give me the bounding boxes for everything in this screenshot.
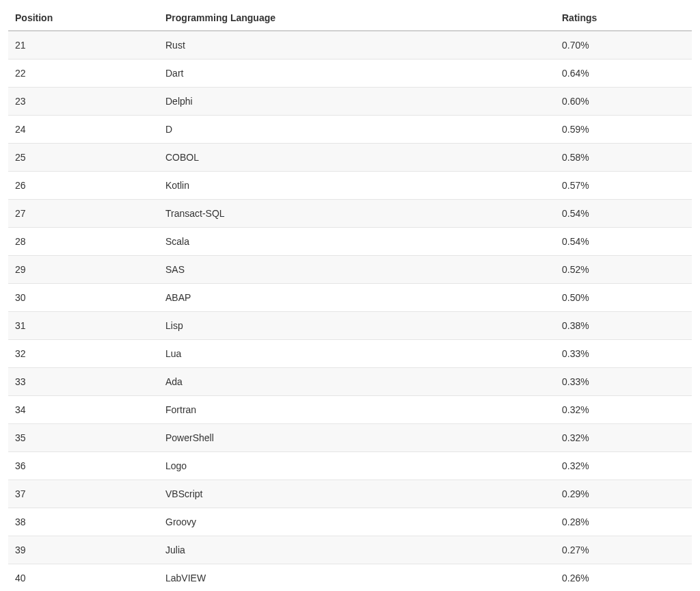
cell-position: 24 xyxy=(8,116,159,144)
table-row: 30ABAP0.50% xyxy=(8,284,692,312)
cell-position: 39 xyxy=(8,536,159,564)
table-body: 21Rust0.70%22Dart0.64%23Delphi0.60%24D0.… xyxy=(8,31,692,591)
table-row: 31Lisp0.38% xyxy=(8,312,692,340)
cell-ratings: 0.57% xyxy=(555,172,692,200)
cell-ratings: 0.26% xyxy=(555,564,692,592)
table-row: 34Fortran0.32% xyxy=(8,396,692,424)
cell-language: VBScript xyxy=(159,480,555,508)
cell-language: Scala xyxy=(159,228,555,256)
cell-ratings: 0.28% xyxy=(555,508,692,536)
programming-language-table: Position Programming Language Ratings 21… xyxy=(8,5,692,591)
cell-ratings: 0.32% xyxy=(555,452,692,480)
cell-language: Delphi xyxy=(159,88,555,116)
cell-ratings: 0.27% xyxy=(555,536,692,564)
cell-position: 23 xyxy=(8,88,159,116)
cell-ratings: 0.70% xyxy=(555,31,692,60)
cell-ratings: 0.33% xyxy=(555,340,692,368)
cell-language: PowerShell xyxy=(159,424,555,452)
cell-ratings: 0.58% xyxy=(555,144,692,172)
table-row: 35PowerShell0.32% xyxy=(8,424,692,452)
cell-position: 29 xyxy=(8,256,159,284)
table-header-row: Position Programming Language Ratings xyxy=(8,5,692,31)
table-row: 33Ada0.33% xyxy=(8,368,692,396)
table-row: 22Dart0.64% xyxy=(8,60,692,88)
cell-position: 26 xyxy=(8,172,159,200)
cell-language: SAS xyxy=(159,256,555,284)
cell-position: 40 xyxy=(8,564,159,592)
table-row: 36Logo0.32% xyxy=(8,452,692,480)
cell-ratings: 0.33% xyxy=(555,368,692,396)
cell-position: 21 xyxy=(8,31,159,60)
table-row: 27Transact-SQL0.54% xyxy=(8,200,692,228)
table-row: 29SAS0.52% xyxy=(8,256,692,284)
cell-ratings: 0.60% xyxy=(555,88,692,116)
cell-language: COBOL xyxy=(159,144,555,172)
table-row: 28Scala0.54% xyxy=(8,228,692,256)
cell-language: Lua xyxy=(159,340,555,368)
cell-language: Groovy xyxy=(159,508,555,536)
cell-ratings: 0.32% xyxy=(555,424,692,452)
table-row: 32Lua0.33% xyxy=(8,340,692,368)
cell-ratings: 0.54% xyxy=(555,200,692,228)
table-row: 23Delphi0.60% xyxy=(8,88,692,116)
cell-ratings: 0.50% xyxy=(555,284,692,312)
table-row: 40LabVIEW0.26% xyxy=(8,564,692,592)
header-ratings: Ratings xyxy=(555,5,692,31)
cell-ratings: 0.32% xyxy=(555,396,692,424)
cell-position: 37 xyxy=(8,480,159,508)
cell-position: 38 xyxy=(8,508,159,536)
cell-position: 22 xyxy=(8,60,159,88)
header-position: Position xyxy=(8,5,159,31)
cell-language: ABAP xyxy=(159,284,555,312)
table-row: 37VBScript0.29% xyxy=(8,480,692,508)
table-row: 24D0.59% xyxy=(8,116,692,144)
cell-position: 31 xyxy=(8,312,159,340)
cell-language: Kotlin xyxy=(159,172,555,200)
cell-language: Ada xyxy=(159,368,555,396)
cell-position: 35 xyxy=(8,424,159,452)
cell-position: 32 xyxy=(8,340,159,368)
cell-ratings: 0.52% xyxy=(555,256,692,284)
cell-position: 36 xyxy=(8,452,159,480)
cell-language: Transact-SQL xyxy=(159,200,555,228)
cell-position: 34 xyxy=(8,396,159,424)
cell-position: 30 xyxy=(8,284,159,312)
cell-ratings: 0.59% xyxy=(555,116,692,144)
cell-position: 25 xyxy=(8,144,159,172)
cell-ratings: 0.29% xyxy=(555,480,692,508)
cell-language: Rust xyxy=(159,31,555,60)
cell-language: LabVIEW xyxy=(159,564,555,592)
table-row: 26Kotlin0.57% xyxy=(8,172,692,200)
cell-language: D xyxy=(159,116,555,144)
cell-position: 33 xyxy=(8,368,159,396)
cell-ratings: 0.64% xyxy=(555,60,692,88)
table-row: 38Groovy0.28% xyxy=(8,508,692,536)
cell-ratings: 0.38% xyxy=(555,312,692,340)
cell-ratings: 0.54% xyxy=(555,228,692,256)
table-row: 25COBOL0.58% xyxy=(8,144,692,172)
cell-language: Lisp xyxy=(159,312,555,340)
table-row: 21Rust0.70% xyxy=(8,31,692,60)
cell-language: Julia xyxy=(159,536,555,564)
header-language: Programming Language xyxy=(159,5,555,31)
cell-language: Dart xyxy=(159,60,555,88)
cell-language: Logo xyxy=(159,452,555,480)
cell-position: 28 xyxy=(8,228,159,256)
cell-language: Fortran xyxy=(159,396,555,424)
table-row: 39Julia0.27% xyxy=(8,536,692,564)
cell-position: 27 xyxy=(8,200,159,228)
